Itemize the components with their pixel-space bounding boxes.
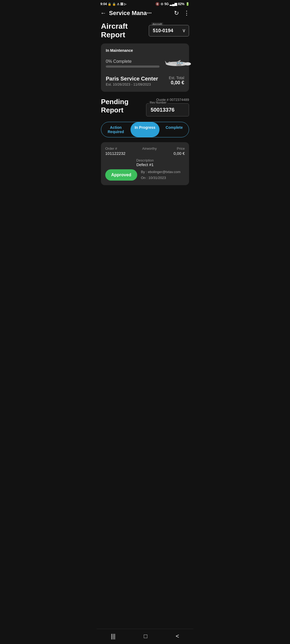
price-col: Price 0,00 € [173, 147, 185, 156]
order-number-value: 101122232 [105, 151, 125, 156]
tab-complete[interactable]: Complete [160, 122, 189, 137]
app-title: Service Mana··· [109, 10, 169, 17]
progress-section: 0% Complete [106, 59, 160, 68]
rev-number-wrapper: Rev Number 50013376 [146, 103, 189, 116]
order-card: Order # 101122232 Airworthy Price 0,00 €… [101, 142, 189, 185]
pending-report-right: Quote # 0072374489 Rev Number 50013376 [146, 98, 189, 116]
signal-bars: ▂▄▆ [170, 2, 177, 6]
header-row: Aircraft Report Aircraft 510-0194 ∨ [101, 22, 189, 39]
status-time: 9:04 🔒 🔒 ⚠ 🖼 ▷ [100, 2, 126, 6]
aircraft-value: 510-0194 [153, 28, 173, 33]
maintenance-card: In Maintenance 0% Complete [101, 43, 189, 92]
menu-button[interactable]: ⋮ [184, 10, 190, 17]
svg-marker-4 [167, 62, 170, 63]
rev-number-label: Rev Number [149, 101, 168, 104]
description-value: Defect #1 [105, 162, 185, 167]
approved-button[interactable]: Approved [105, 169, 137, 181]
service-dates: Est. 10/26/2023 - 11/09/2023 [106, 82, 158, 86]
service-center-name: Paris Service Center [106, 76, 158, 82]
maintenance-card-bottom: Paris Service Center Est. 10/26/2023 - 1… [106, 76, 184, 86]
battery-label: 82% [178, 2, 184, 6]
svg-point-1 [184, 62, 191, 65]
airworthy-label: Airworthy [125, 147, 173, 151]
alert-icon: ⚠ [117, 2, 119, 6]
image-icon: 🖼 [120, 2, 123, 6]
est-total-label: Est. Total [169, 76, 184, 80]
approved-on: On : 10/31/2023 [141, 175, 180, 181]
price-label: Price [173, 147, 185, 151]
status-bar: 9:04 🔒 🔒 ⚠ 🖼 ▷ 🔇 ⊙ 5G ▂▄▆ 82% 🔋 [97, 0, 193, 7]
refresh-button[interactable]: ↻ [174, 10, 179, 17]
airworthy-col: Airworthy [125, 147, 173, 156]
description-label: Description [105, 158, 185, 162]
tabs-container: Action Required In Progress Complete [101, 122, 189, 137]
svg-rect-7 [179, 63, 180, 64]
order-number-label: Order # [105, 147, 125, 151]
lock-icon: 🔒 [108, 2, 111, 6]
approval-info: By : ebolinger@txtav.com On : 10/31/2023 [141, 169, 180, 181]
est-total-value: 0,00 € [169, 80, 184, 86]
network-label: 5G [164, 2, 169, 6]
svg-rect-8 [181, 63, 183, 64]
status-indicators: 🔇 ⊙ 5G ▂▄▆ 82% 🔋 [155, 2, 190, 6]
app-bar: ← Service Mana··· ↻ ⋮ [97, 7, 193, 19]
order-number-col: Order # 101122232 [105, 147, 125, 156]
mute-icon: 🔇 [155, 2, 160, 6]
play-icon: ▷ [124, 2, 126, 6]
progress-bar-background [106, 65, 160, 68]
pending-report-section: Pending Report Quote # 0072374489 Rev Nu… [101, 98, 189, 116]
service-center-info: Paris Service Center Est. 10/26/2023 - 1… [106, 76, 158, 86]
approved-by: By : ebolinger@txtav.com [141, 169, 180, 175]
wifi-icon: ⊙ [161, 2, 163, 6]
pending-report-title: Pending Report [101, 98, 146, 114]
lock-icon-2: 🔒 [112, 2, 116, 6]
time-display: 9:04 [100, 2, 107, 6]
aircraft-image [162, 55, 192, 71]
aircraft-svg [162, 55, 192, 71]
aircraft-selector[interactable]: Aircraft 510-0194 ∨ [149, 25, 189, 36]
tab-action-required[interactable]: Action Required [101, 122, 130, 137]
maintenance-progress-row: 0% Complete [106, 55, 184, 71]
back-button[interactable]: ← [100, 10, 106, 17]
page-title: Aircraft Report [101, 22, 149, 39]
rev-number-box: 50013376 [146, 103, 189, 116]
chevron-down-icon: ∨ [182, 28, 186, 34]
maintenance-status-label: In Maintenance [106, 48, 184, 53]
price-value: 0,00 € [173, 151, 185, 156]
est-total-section: Est. Total 0,00 € [169, 76, 184, 86]
main-content: Aircraft Report Aircraft 510-0194 ∨ In M… [97, 19, 193, 204]
svg-rect-6 [177, 63, 178, 64]
tab-in-progress[interactable]: In Progress [130, 122, 160, 137]
description-section: Description Defect #1 [105, 158, 185, 167]
svg-point-5 [176, 64, 182, 66]
order-header-row: Order # 101122232 Airworthy Price 0,00 € [105, 147, 185, 156]
progress-text: 0% Complete [106, 59, 160, 64]
aircraft-dropdown[interactable]: 510-0194 ∨ [149, 25, 189, 36]
order-bottom-row: Approved By : ebolinger@txtav.com On : 1… [105, 169, 185, 181]
battery-icon: 🔋 [186, 2, 190, 6]
